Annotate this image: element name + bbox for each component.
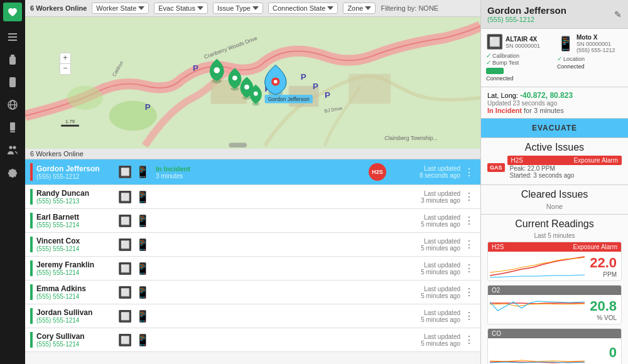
globe-icon[interactable]	[3, 95, 22, 114]
red-indicator	[30, 163, 33, 181]
worker-row[interactable]: Vincent Cox (555) 555-1214 🔲 📱 Last upda…	[25, 233, 480, 257]
device-card-header: 📱 Moto X SN 00000001 (555) 555-1212	[557, 34, 615, 53]
svg-rect-0	[8, 33, 17, 35]
green-indicator	[30, 332, 33, 348]
more-menu-btn[interactable]: ⋮	[463, 166, 475, 178]
more-menu-btn[interactable]: ⋮	[463, 310, 475, 322]
cleared-issues-title: Cleared Issues	[487, 189, 622, 200]
evac-status-dropdown[interactable]: Evac Status	[154, 3, 208, 14]
device-section: 🔲 ALTAIR 4X SN 00000001 ✓ Calibration ✓ …	[481, 29, 628, 87]
people-icon[interactable]	[3, 141, 22, 159]
filter-bar: 6 Workers Online Worker State Evac Statu…	[25, 0, 480, 17]
worker-row[interactable]: Emma Adkins (555) 555-1214 🔲 📱 Last upda…	[25, 281, 480, 304]
motox-connected: Connected	[557, 63, 585, 70]
map-area[interactable]: P P P P P P Cranberry Woods Drive Caldro…	[25, 17, 480, 149]
more-menu-btn[interactable]: ⋮	[463, 334, 475, 346]
worker-row[interactable]: Randy Duncan (555) 555-1213 🔲 📱 Last upd…	[25, 185, 480, 209]
logo-icon[interactable]	[3, 3, 22, 21]
svg-rect-11	[10, 131, 15, 132]
worker-row[interactable]: Jordan Sullivan (555) 555-1214 🔲 📱 Last …	[25, 304, 480, 328]
gas-badge: GAS	[487, 163, 505, 172]
worker-phone: (555) 555-1213	[36, 198, 118, 205]
more-menu-btn[interactable]: ⋮	[463, 262, 475, 274]
svg-text:P: P	[313, 82, 318, 91]
last-updated: Last updated 5 minutes ago	[391, 262, 460, 276]
motox-model-name: Moto X	[577, 34, 615, 41]
last-updated: Last updated 5 minutes ago	[391, 333, 460, 347]
filter-label: Filtering by: NONE	[381, 4, 438, 12]
list-icon[interactable]	[3, 28, 22, 46]
altair-device-icon: 🔲	[486, 34, 503, 50]
altair-icon: 🔲	[118, 238, 132, 252]
altair-icon: 🔲	[118, 286, 132, 299]
issue-row: GAS H2S Exposure Alarm Peak: 22.0 PPM St…	[487, 156, 622, 179]
altair-icon: 🔲	[118, 309, 132, 323]
current-readings-section: Current Readings Last 5 minutes H2S Expo…	[481, 215, 628, 364]
last-updated: Last updated 5 minutes ago	[391, 309, 460, 323]
issue-type-dropdown[interactable]: Issue Type	[213, 3, 263, 14]
svg-rect-4	[9, 56, 16, 65]
phone-icon[interactable]	[3, 73, 22, 92]
worker-name: Gordon Jefferson	[36, 164, 118, 173]
more-menu-btn[interactable]: ⋮	[463, 238, 475, 250]
device-icons: 🔲 📱	[118, 309, 149, 323]
worker-row[interactable]: Gordon Jefferson (555) 555-1212 🔲 📱 In I…	[25, 159, 480, 185]
mobile-icon[interactable]	[3, 118, 22, 137]
h2s-value: 22.0 PPM	[585, 255, 619, 278]
phone-device-icon: 📱	[136, 214, 149, 228]
motox-device-card: 📱 Moto X SN 00000001 (555) 555-1212 ✓ Lo…	[557, 34, 623, 82]
h2s-reading-body: 22.0 PPM	[488, 252, 621, 281]
in-incident: In Incident for 3 minutes	[487, 107, 622, 114]
svg-point-35	[244, 85, 249, 90]
co-reading-header: CO	[488, 329, 621, 338]
device-icons: 🔲 📱	[118, 262, 149, 276]
main-content: 6 Workers Online Worker State Evac Statu…	[25, 0, 480, 364]
worker-info: Jordan Sullivan (555) 555-1214	[36, 308, 118, 324]
more-menu-btn[interactable]: ⋮	[463, 215, 475, 227]
svg-point-12	[9, 146, 13, 149]
evacuate-button[interactable]: EVACUATE	[481, 119, 628, 138]
worker-row[interactable]: Cory Sullivan (555) 555-1214 🔲 📱 Last up…	[25, 328, 480, 352]
h2s-unit: PPM	[585, 271, 617, 278]
svg-point-6	[12, 85, 13, 86]
more-menu-btn[interactable]: ⋮	[463, 286, 475, 298]
altair-icon: 🔲	[118, 165, 132, 179]
svg-text:P: P	[145, 102, 151, 112]
co-number: 0	[585, 345, 617, 361]
gear-icon[interactable]	[3, 163, 22, 182]
svg-text:Gordon Jefferson: Gordon Jefferson	[268, 96, 310, 102]
worker-row[interactable]: Earl Barnett (555) 555-1214 🔲 📱 Last upd…	[25, 209, 480, 233]
worker-row[interactable]: Jeremy Franklin (555) 555-1214 🔲 📱 Last …	[25, 257, 480, 281]
green-indicator	[30, 284, 33, 300]
phone-device-icon: 📱	[136, 286, 149, 299]
worker-header-name: Gordon Jefferson	[487, 5, 566, 16]
o2-reading-body: 20.8 % VOL	[488, 295, 621, 324]
green-indicator	[30, 237, 33, 252]
worker-info: Randy Duncan (555) 555-1213	[36, 189, 118, 205]
h2s-number: 22.0	[585, 255, 617, 271]
o2-value: 20.8 % VOL	[585, 298, 619, 321]
motox-device-icon: 📱	[557, 36, 574, 52]
edit-icon[interactable]: ✎	[614, 9, 622, 19]
device-icons: 🔲 📱	[118, 238, 149, 252]
worker-info: Earl Barnett (555) 555-1214	[36, 213, 118, 228]
zone-dropdown[interactable]: Zone	[343, 3, 376, 14]
h2s-badge: H2S	[369, 163, 386, 181]
connection-state-dropdown[interactable]: Connection State	[268, 3, 338, 14]
lat-lon: -40.872, 80.823	[520, 91, 573, 100]
svg-text:P: P	[301, 72, 306, 82]
more-menu-btn[interactable]: ⋮	[463, 191, 475, 203]
svg-text:1.79: 1.79	[65, 119, 75, 124]
device-icons: 🔲 📱	[118, 333, 149, 347]
worker-name: Cory Sullivan	[36, 332, 118, 341]
worker-info: Gordon Jefferson (555) 555-1212	[36, 164, 118, 180]
worker-phone: (555) 555-1212	[36, 173, 118, 180]
svg-point-40	[274, 80, 278, 83]
motox-model-info: Moto X SN 00000001 (555) 555-1212	[577, 34, 615, 53]
worker-state-dropdown[interactable]: Worker State	[92, 3, 149, 14]
worker-phone: (555) 555-1214	[36, 222, 118, 228]
bottle-icon[interactable]	[3, 50, 22, 69]
svg-text:P: P	[193, 63, 198, 73]
o2-reading-card: O2 20.8 % VOL	[487, 285, 622, 324]
phone-device-icon: 📱	[136, 165, 149, 179]
